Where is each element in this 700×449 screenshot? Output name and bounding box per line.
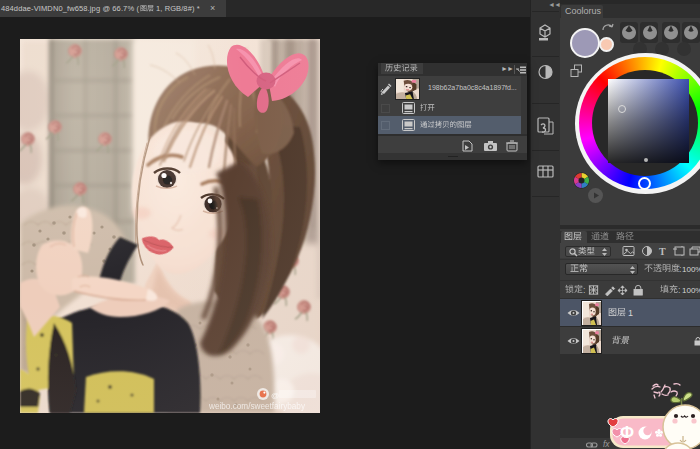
svg-text:T: T [659, 246, 666, 257]
svg-text:Φ: Φ [620, 423, 634, 442]
svg-text:weibo.com/sweetfairybaby: weibo.com/sweetfairybaby [208, 402, 306, 411]
svg-text:@: @ [271, 391, 279, 400]
